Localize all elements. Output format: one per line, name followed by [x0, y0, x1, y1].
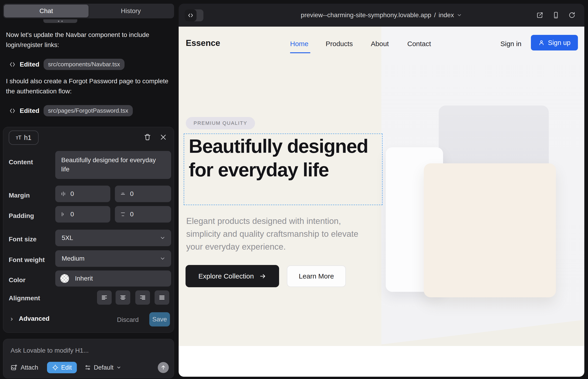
- user-icon: [538, 39, 545, 46]
- chat-history-tabbar: Chat History: [3, 4, 174, 18]
- chevron-down-icon: [160, 255, 166, 262]
- padding-y-value: 0: [130, 211, 134, 218]
- composer-input[interactable]: Ask Lovable to modify H1...: [11, 347, 89, 354]
- preview-toolbar: preview--charming-site-symphony.lovable.…: [179, 4, 584, 27]
- advanced-label: Advanced: [19, 315, 49, 322]
- color-value: Inherit: [75, 275, 93, 282]
- content-label: Content: [9, 158, 33, 166]
- margin-x-value: 0: [70, 190, 74, 198]
- color-select[interactable]: Inherit: [55, 270, 171, 286]
- app-root: Chat History Now let's update the Navbar…: [0, 0, 588, 379]
- nav-products[interactable]: Products: [326, 40, 353, 48]
- margin-vertical-icon: [120, 191, 126, 197]
- edited-label: Edited: [20, 107, 39, 114]
- target-icon: [52, 364, 59, 371]
- sign-in-link[interactable]: Sign in: [500, 40, 522, 48]
- advanced-toggle[interactable]: › Advanced: [11, 315, 49, 323]
- color-label: Color: [9, 276, 25, 284]
- edited-label: Edited: [20, 61, 39, 68]
- mobile-view-icon[interactable]: [552, 12, 559, 19]
- margin-y-value: 0: [130, 190, 134, 198]
- code-icon: [9, 108, 15, 114]
- type-icon: тT: [16, 134, 21, 141]
- chevron-down-icon: [116, 365, 121, 370]
- padding-vertical-icon: [120, 211, 126, 217]
- padding-x-input[interactable]: 0: [55, 206, 110, 222]
- align-left-button[interactable]: [97, 290, 112, 305]
- file-chip[interactable]: src/components/Navbar.tsx: [44, 59, 125, 70]
- align-right-button[interactable]: [135, 290, 150, 305]
- chevron-down-icon: [457, 12, 462, 18]
- nav-contact[interactable]: Contact: [407, 40, 431, 48]
- content-input[interactable]: Beautifully designed for everyday life: [55, 151, 171, 179]
- margin-horizontal-icon: [60, 191, 66, 197]
- assistant-message: I should also create a Forgot Password p…: [6, 76, 170, 96]
- nav-home[interactable]: Home: [290, 40, 309, 48]
- element-editor-panel: тT h1 Content Beautifully designed for e…: [3, 127, 174, 333]
- composer-toolbar: Attach Edit Default: [11, 362, 169, 374]
- explore-collection-label: Explore Collection: [198, 272, 254, 280]
- nav-about[interactable]: About: [371, 40, 389, 48]
- padding-y-input[interactable]: 0: [115, 206, 171, 222]
- color-swatch-transparent: [60, 274, 69, 283]
- site-logo[interactable]: Essence: [186, 38, 220, 48]
- open-external-icon[interactable]: [536, 12, 543, 19]
- preview-actions: [536, 4, 576, 27]
- margin-y-input[interactable]: 0: [115, 186, 171, 202]
- font-weight-label: Font weight: [9, 256, 45, 264]
- refresh-icon[interactable]: [568, 12, 576, 19]
- padding-x-value: 0: [70, 211, 74, 218]
- edited-file-row: Edited src/pages/ForgotPassword.tsx: [9, 105, 133, 116]
- assistant-message: Now let's update the Navbar component to…: [6, 30, 170, 50]
- font-size-select[interactable]: 5XL: [55, 230, 171, 246]
- file-chip[interactable]: src/pages/ForgotPassword.tsx: [44, 105, 133, 116]
- mode-select[interactable]: Default: [85, 364, 121, 371]
- attach-button[interactable]: Attach: [11, 364, 38, 371]
- tab-chat[interactable]: Chat: [4, 5, 89, 17]
- code-icon: [9, 61, 15, 68]
- chat-composer: Ask Lovable to modify H1... Attach Edit: [3, 339, 174, 378]
- site-canvas: Essence Home Products About Contact Sign…: [179, 27, 584, 377]
- font-weight-value: Medium: [62, 255, 85, 262]
- explore-collection-button[interactable]: Explore Collection: [186, 265, 279, 287]
- font-weight-select[interactable]: Medium: [55, 250, 171, 267]
- chevron-right-icon: ›: [11, 315, 13, 323]
- close-icon[interactable]: [160, 134, 167, 141]
- section-below-hero: [179, 346, 584, 377]
- edit-mode-button[interactable]: Edit: [47, 362, 77, 373]
- mode-label: Default: [94, 364, 113, 371]
- discard-button[interactable]: Discard: [117, 316, 139, 323]
- learn-more-button[interactable]: Learn More: [287, 266, 346, 287]
- arrow-right-icon: [259, 273, 266, 280]
- decor-card-beige: [424, 163, 556, 297]
- font-size-label: Font size: [9, 236, 36, 243]
- margin-x-input[interactable]: 0: [55, 186, 110, 202]
- active-nav-underline: [290, 52, 310, 53]
- sign-up-label: Sign up: [548, 39, 570, 47]
- premium-quality-badge: PREMIUM QUALITY: [186, 117, 255, 129]
- url-page: index: [438, 12, 454, 19]
- url-separator: /: [434, 12, 436, 19]
- selected-element-outline: Beautifully designed for everyday life: [184, 134, 383, 205]
- alignment-label: Alignment: [9, 295, 40, 302]
- save-button[interactable]: Save: [149, 312, 170, 327]
- edited-file-row: Edited src/components/Navbar.tsx: [9, 59, 124, 70]
- url-bar[interactable]: preview--charming-site-symphony.lovable.…: [179, 4, 584, 27]
- hero-description: Elegant products designed with intention…: [186, 215, 367, 253]
- delete-element-button[interactable]: [144, 133, 151, 141]
- element-tag-label: h1: [24, 134, 31, 142]
- tab-history[interactable]: History: [89, 5, 173, 17]
- font-size-value: 5XL: [62, 234, 73, 242]
- chevron-down-icon: [160, 235, 166, 241]
- margin-label: Margin: [9, 192, 30, 199]
- sliders-icon: [85, 364, 91, 371]
- padding-horizontal-icon: [60, 211, 66, 217]
- selected-element-tag: тT h1: [9, 130, 39, 145]
- hero-headline[interactable]: Beautifully designed for everyday life: [189, 134, 377, 182]
- edit-label: Edit: [61, 364, 72, 371]
- align-justify-button[interactable]: [155, 290, 169, 305]
- align-center-button[interactable]: [116, 290, 130, 305]
- preview-window: preview--charming-site-symphony.lovable.…: [179, 4, 584, 377]
- send-button[interactable]: [158, 362, 169, 373]
- sign-up-button[interactable]: Sign up: [531, 35, 578, 50]
